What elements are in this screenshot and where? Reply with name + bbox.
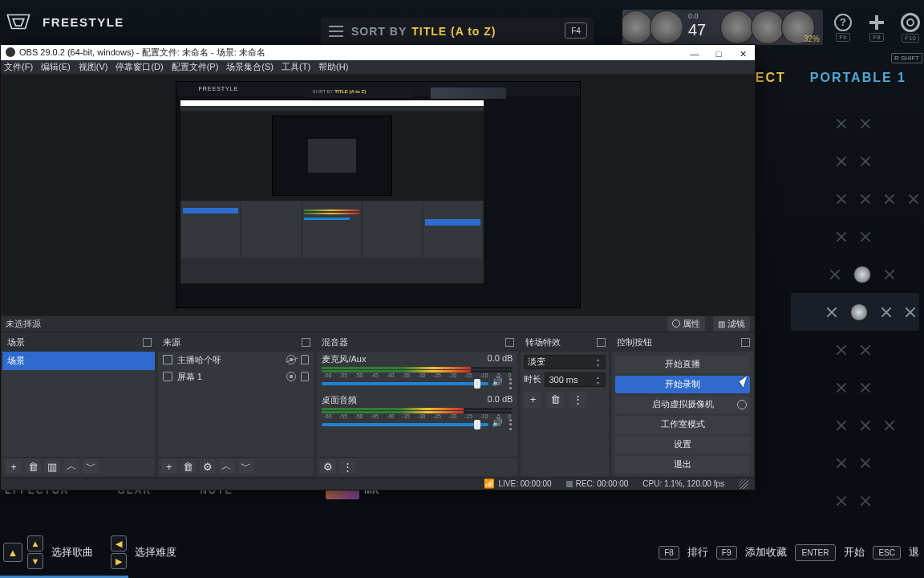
add-transition-button[interactable]: + [524,392,541,408]
menu-tools[interactable]: 工具(T) [282,61,310,73]
help-button[interactable]: ?F6 [829,11,857,43]
select-song-label: 选择歌曲 [51,545,93,560]
kebab-icon[interactable] [509,378,513,389]
maximize-button[interactable]: □ [707,45,731,63]
dock-title: 混音器 [322,336,348,348]
add-source-button[interactable]: + [161,459,177,474]
sort-label: SORT BY [351,25,407,38]
source-row[interactable]: 屏幕 1 [158,368,314,385]
mode-label: FREESTYLE [43,15,124,29]
menu-view[interactable]: 视图(V) [79,61,108,73]
rank-label[interactable]: 排行 [687,545,708,560]
dock-sources: 来源 主播哈个呀 屏幕 1 + 🗑 ⚙ ︿ [158,334,314,476]
start-streaming-button[interactable]: 开始直播 [615,356,750,373]
tab-portable[interactable]: PORTABLE 1 [810,71,906,85]
stop-icon [566,481,573,487]
start-vcam-button[interactable]: 启动虚拟摄像机 [615,396,750,413]
close-button[interactable]: ✕ [731,45,755,63]
gear-icon[interactable] [737,400,747,409]
obs-docks: 场景 场景 + 🗑 ▥ ︿ ﹀ 来源 主播哈个呀 [1,332,755,478]
remove-scene-button[interactable]: 🗑 [25,459,41,474]
difficulty-grid [791,104,919,519]
mixer-footer: ⚙ ⋮ [317,457,517,476]
properties-button[interactable]: 属性 [667,316,705,332]
source-row[interactable]: 主播哈个呀 [158,352,314,368]
popout-icon[interactable] [505,338,514,347]
scene-row[interactable]: 场景 [2,352,155,370]
popout-icon[interactable] [143,338,152,347]
menu-file[interactable]: 文件(F) [4,61,33,73]
popout-icon[interactable] [597,338,606,347]
start-label[interactable]: 开始 [844,545,865,560]
no-selection-label: 未选择源 [6,318,41,330]
scene-filter-button[interactable]: ▥ [44,459,60,474]
popout-icon[interactable] [741,338,750,347]
obs-preview[interactable]: FREESTYLE SORT BY TITLE (A to Z) [1,74,755,315]
selected-song-row[interactable] [791,293,919,331]
dock-mixer: 混音器 麦克风/Aux0.0 dB -60-55-50-45-40-35-30-… [317,334,517,476]
back-label[interactable]: 退 [909,545,919,560]
source-up-button[interactable]: ︿ [219,459,235,474]
settings-button[interactable]: F10 [897,11,924,43]
help-icon: ? [834,14,852,31]
start-recording-button[interactable]: 开始录制 [615,376,750,393]
speaker-icon[interactable] [493,378,505,389]
dock-title: 来源 [163,336,180,348]
source-type-icon [163,355,172,364]
mixer-settings-button[interactable]: ⚙ [320,459,336,474]
add-scene-button[interactable]: + [6,459,22,474]
level-small: 0.0 [688,12,699,20]
select-diff-label: 选择难度 [135,545,176,560]
remove-source-button[interactable]: 🗑 [180,459,197,474]
volume-slider[interactable] [322,419,513,430]
fav-label[interactable]: 添加收藏 [745,545,787,560]
scene-down-button[interactable]: ﹀ [83,459,99,474]
exit-button[interactable]: 退出 [615,456,750,474]
duration-input[interactable]: 300 ms▴▾ [545,372,606,387]
mixer-channel-desktop: 桌面音频0.0 dB -60-55-50-45-40-35-30-25-20-1… [317,393,517,434]
lock-toggle[interactable] [301,355,309,364]
status-cpu: CPU: 1.1%, 120.00 fps [642,479,724,488]
cursor-icon [740,378,752,393]
remove-transition-button[interactable]: 🗑 [546,392,564,408]
lock-toggle[interactable] [301,372,309,381]
status-live: 📶LIVE: 00:00:00 [484,478,551,489]
transition-select[interactable]: 淡变▴▾ [524,355,606,369]
disc-icon [853,266,871,283]
sort-bar[interactable]: SORT BY TITLE (A to Z) F4 [321,18,594,45]
source-down-button[interactable]: ﹀ [238,459,254,474]
profile-strip[interactable]: 0.0 47 32% [622,10,823,45]
kebab-icon[interactable] [509,419,513,430]
plus-icon [868,14,886,31]
popout-icon[interactable] [302,338,310,347]
volume-slider[interactable] [322,378,513,389]
menu-scene-collection[interactable]: 场景集合(S) [226,61,274,73]
keybadge-f4: F4 [565,22,587,39]
duration-label: 时长 [524,373,541,385]
obs-source-toolbar: 未选择源 属性 ▥滤镜 [1,315,755,332]
menu-edit[interactable]: 编辑(E) [41,61,71,73]
mixer-menu-button[interactable]: ⋮ [339,459,355,474]
filters-button[interactable]: ▥滤镜 [713,316,750,332]
speaker-icon[interactable] [493,419,505,430]
add-button[interactable]: F8 [863,11,890,43]
dock-scenes: 场景 场景 + 🗑 ▥ ︿ ﹀ [2,334,155,476]
settings-button[interactable]: 设置 [615,436,750,454]
dock-title: 场景 [7,336,25,348]
menu-help[interactable]: 帮助(H) [318,61,348,73]
studio-mode-button[interactable]: 工作室模式 [615,416,750,434]
source-props-button[interactable]: ⚙ [200,459,216,474]
menu-docks[interactable]: 停靠窗口(D) [116,61,163,73]
visibility-toggle[interactable] [286,355,296,364]
obs-title: OBS 29.0.2 (64-bit, windows) - 配置文件: 未命名… [19,47,265,59]
visibility-toggle[interactable] [286,372,296,381]
source-type-icon [163,372,172,381]
scene-up-button[interactable]: ︿ [63,459,79,474]
dock-title: 控制按钮 [617,336,652,348]
obs-titlebar[interactable]: OBS 29.0.2 (64-bit, windows) - 配置文件: 未命名… [1,45,755,60]
menu-profile[interactable]: 配置文件(P) [172,61,219,73]
minimize-button[interactable]: — [683,45,707,63]
resize-grip[interactable] [739,479,748,489]
status-rec: REC: 00:00:00 [566,479,629,488]
transition-menu-button[interactable]: ⋮ [569,392,586,408]
